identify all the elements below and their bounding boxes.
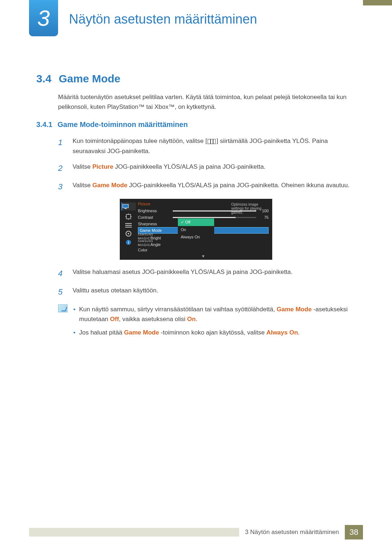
note-block: Kun näyttö sammuu, siirtyy virransäästöt…	[58, 304, 356, 341]
osd-row-magicangle: SAMSUNGMAGICAngle	[138, 240, 269, 247]
osd-tooltip: Optimizes image settings for playing gam…	[229, 200, 271, 217]
section-title-text: Game Mode	[59, 73, 121, 85]
svg-rect-5	[125, 227, 132, 227]
step-number: 5	[58, 286, 65, 298]
step-1: 1 Kun toimintonäppäinopas tulee näyttöön…	[58, 136, 356, 156]
steps-list-cont: 4 Valitse haluamasi asetus JOG-painikkee…	[58, 267, 356, 298]
note-item: Jos haluat pitää Game Mode -toiminnon ko…	[73, 328, 356, 337]
svg-rect-2	[126, 214, 131, 219]
osd-nav-menu-icon	[125, 223, 132, 228]
step-body: Valitse Game Mode JOG-painikkeella YLÖS/…	[73, 180, 356, 193]
highlight-picture: Picture	[93, 163, 114, 170]
page-number: 38	[345, 525, 363, 539]
step-number: 2	[58, 162, 65, 175]
svg-rect-0	[123, 204, 128, 208]
steps-list: 1 Kun toimintonäppäinopas tulee näyttöön…	[58, 136, 356, 193]
step-body: Valittu asetus otetaan käyttöön.	[73, 286, 356, 298]
note-list: Kun näyttö sammuu, siirtyy virransäästöt…	[73, 304, 356, 341]
osd-popup-off-selected: ✓ Off	[178, 218, 214, 226]
osd-screenshot: i Picture Brightness 100 Contrast 75 Sha…	[120, 199, 272, 260]
section-intro: Määritä tuotenäytön asetukset pelitilaa …	[58, 92, 356, 112]
section-heading: 3.4Game Mode	[36, 73, 356, 85]
section-number: 3.4	[36, 73, 52, 85]
osd-popup-alwayson: Always On	[178, 233, 214, 241]
osd-nav-size-icon	[125, 213, 132, 220]
osd-popup: ✓ Off On Always On	[178, 218, 214, 241]
slider-track	[173, 217, 256, 218]
step-4: 4 Valitse haluamasi asetus JOG-painikkee…	[58, 267, 356, 280]
step-number: 4	[58, 267, 65, 280]
page-footer: 3 Näytön asetusten määrittäminen 38	[29, 525, 363, 539]
slider-fill	[173, 217, 236, 218]
accent-bar	[363, 0, 392, 5]
page-content: 3.4Game Mode Määritä tuotenäytön asetuks…	[0, 73, 392, 341]
subsection-title-text: Game Mode-toiminnon määrittäminen	[57, 120, 188, 128]
osd-popup-on: On	[178, 226, 214, 233]
subsection-heading: 3.4.1Game Mode-toiminnon määrittäminen	[36, 120, 356, 129]
osd-nav-settings-icon	[126, 231, 131, 237]
chapter-title: Näytön asetusten määrittäminen	[69, 12, 257, 27]
step-body: Kun toimintonäppäinopas tulee näyttöön, …	[73, 136, 356, 156]
step-number: 1	[58, 136, 65, 156]
svg-text:i: i	[128, 241, 129, 245]
osd-nav-info-icon: i	[126, 239, 131, 245]
step-number: 3	[58, 180, 65, 193]
note-item: Kun näyttö sammuu, siirtyy virransäästöt…	[73, 304, 356, 324]
svg-point-7	[128, 233, 129, 234]
footer-text: 3 Näytön asetusten määrittäminen	[239, 529, 345, 536]
svg-rect-3	[125, 223, 132, 224]
step-3: 3 Valitse Game Mode JOG-painikkeella YLÖ…	[58, 180, 356, 193]
svg-rect-4	[125, 225, 132, 226]
down-arrow-icon: ▼	[138, 253, 269, 258]
highlight-gamemode: Game Mode	[93, 182, 127, 189]
footer-bar	[29, 528, 239, 537]
svg-rect-1	[124, 208, 127, 209]
subsection-number: 3.4.1	[36, 120, 52, 128]
chapter-number-tab: 3	[29, 0, 58, 36]
step-2: 2 Valitse Picture JOG-painikkeella YLÖS/…	[58, 162, 356, 175]
osd-row-color: Color	[138, 247, 269, 253]
note-icon	[58, 304, 68, 312]
step-body: Valitse haluamasi asetus JOG-painikkeell…	[73, 267, 356, 280]
osd-nav-picture-icon	[121, 202, 136, 210]
step-5: 5 Valittu asetus otetaan käyttöön.	[58, 286, 356, 298]
check-icon: ✓	[181, 220, 184, 224]
page-header: 3 Näytön asetusten määrittäminen	[0, 0, 392, 51]
step-body: Valitse Picture JOG-painikkeella YLÖS/AL…	[73, 162, 356, 175]
osd-sidebar: i	[121, 200, 136, 258]
menu-icon	[208, 139, 216, 144]
